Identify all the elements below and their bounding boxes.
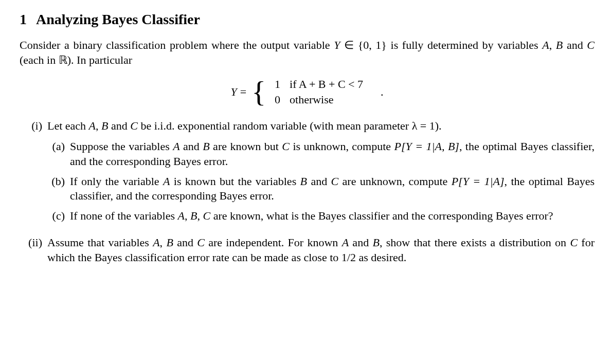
item-i-sep-1: , xyxy=(96,119,101,132)
item-i-a-and-1: and xyxy=(180,140,203,153)
item-i-C: C xyxy=(130,119,138,132)
item-ii-text-1: Assume that variables xyxy=(47,236,153,249)
item-i-a-text-2: are known but xyxy=(210,140,282,153)
var-C: C xyxy=(587,39,595,51)
item-i-b-C: C xyxy=(331,175,339,188)
equation-lhs: Y = { 1 if A + B + C < 7 0 otherwise . xyxy=(231,77,384,107)
item-ii-marker: (ii) xyxy=(20,235,47,265)
item-i-b-prob: P[Y = 1|A] xyxy=(452,175,505,188)
var-Y: Y xyxy=(334,39,340,51)
item-ii-C: C xyxy=(197,236,205,249)
item-i-a-text-3: is unknown, compute xyxy=(290,140,394,153)
item-ii-text-2: are independent. For known xyxy=(205,236,342,249)
intro-sep-2: and xyxy=(563,39,587,51)
item-i-a-text-1: Suppose the variables xyxy=(70,140,173,153)
item-ii-and-2: and xyxy=(349,236,372,249)
intro-text-1: Consider a binary classification problem… xyxy=(20,39,334,51)
left-brace: { xyxy=(251,79,266,105)
item-i-c-marker: (c) xyxy=(47,209,70,224)
item-i-a-A: A xyxy=(173,140,179,153)
item-i-c: (c) If none of the variables A, B, C are… xyxy=(47,209,595,224)
item-i-b-B: B xyxy=(300,175,307,188)
case-2-value: 0 xyxy=(273,93,280,107)
case-1-condition: if A + B + C < 7 xyxy=(290,77,363,92)
item-i-text-1: Let each xyxy=(47,119,89,132)
item-ii-B2: B xyxy=(372,236,379,249)
item-i-b-A: A xyxy=(163,175,170,188)
item-i: (i) Let each A, B and C be i.i.d. expone… xyxy=(20,119,595,229)
section-heading: 1Analyzing Bayes Classifier xyxy=(20,10,595,29)
equation-block: Y = { 1 if A + B + C < 7 0 otherwise . xyxy=(20,77,595,107)
equation-period: . xyxy=(381,85,384,100)
item-i-a: (a) Suppose the variables A and B are kn… xyxy=(47,139,595,169)
item-i-a-B: B xyxy=(203,140,209,153)
intro-sep-1: , xyxy=(549,39,556,51)
case-1: 1 if A + B + C < 7 xyxy=(273,77,363,92)
section-number: 1 xyxy=(20,11,27,27)
item-ii-B: B xyxy=(166,236,173,249)
intro-text-2: ∈ {0, 1} is fully determined by variable… xyxy=(340,39,542,51)
section-title: Analyzing Bayes Classifier xyxy=(36,11,200,27)
item-i-c-sep-1: , xyxy=(185,209,190,222)
intro-paragraph: Consider a binary classification problem… xyxy=(20,38,595,67)
eq-Y: Y xyxy=(231,85,237,100)
case-1-value: 1 xyxy=(273,77,280,92)
case-2: 0 otherwise xyxy=(273,93,363,107)
equation-cases: 1 if A + B + C < 7 0 otherwise xyxy=(273,77,363,107)
item-i-b-marker: (b) xyxy=(47,174,70,204)
item-i-sep-2: and xyxy=(109,119,131,132)
item-i-c-C: C xyxy=(203,209,210,222)
item-i-c-text-1: If none of the variables xyxy=(70,209,178,222)
eq-equals: = xyxy=(240,85,246,100)
case-2-condition: otherwise xyxy=(290,93,334,107)
item-ii-A: A xyxy=(153,236,159,249)
item-i-text-2: be i.i.d. exponential random variable (w… xyxy=(138,119,442,132)
item-i-b-text-2: is known but the variables xyxy=(170,175,300,188)
item-ii: (ii) Assume that variables A, B and C ar… xyxy=(20,235,595,265)
item-ii-and-1: and xyxy=(173,236,197,249)
item-i-c-text-2: are known, what is the Bayes classifier … xyxy=(210,209,553,222)
item-i-A: A xyxy=(89,119,96,132)
item-ii-sep-1: , xyxy=(160,236,167,249)
var-B: B xyxy=(556,39,563,51)
item-ii-C2: C xyxy=(570,236,578,249)
item-i-c-B: B xyxy=(190,209,197,222)
item-ii-text-3: , show that there exists a distribution … xyxy=(380,236,570,249)
item-i-b-text-1: If only the variable xyxy=(70,175,163,188)
item-i-b: (b) If only the variable A is known but … xyxy=(47,174,595,204)
item-i-B: B xyxy=(101,119,108,132)
item-i-c-A: A xyxy=(178,209,185,222)
item-i-b-and-1: and xyxy=(307,175,331,188)
item-i-c-sep-2: , xyxy=(197,209,203,222)
intro-text-3: (each in ℝ). In particular xyxy=(20,53,132,66)
item-i-marker: (i) xyxy=(20,119,47,229)
item-i-a-C: C xyxy=(282,140,290,153)
item-i-a-prob: P[Y = 1|A, B] xyxy=(394,140,459,153)
item-ii-A2: A xyxy=(342,236,349,249)
item-i-a-marker: (a) xyxy=(47,139,70,169)
item-i-b-text-3: are unknown, compute xyxy=(338,175,451,188)
var-A: A xyxy=(542,39,549,51)
